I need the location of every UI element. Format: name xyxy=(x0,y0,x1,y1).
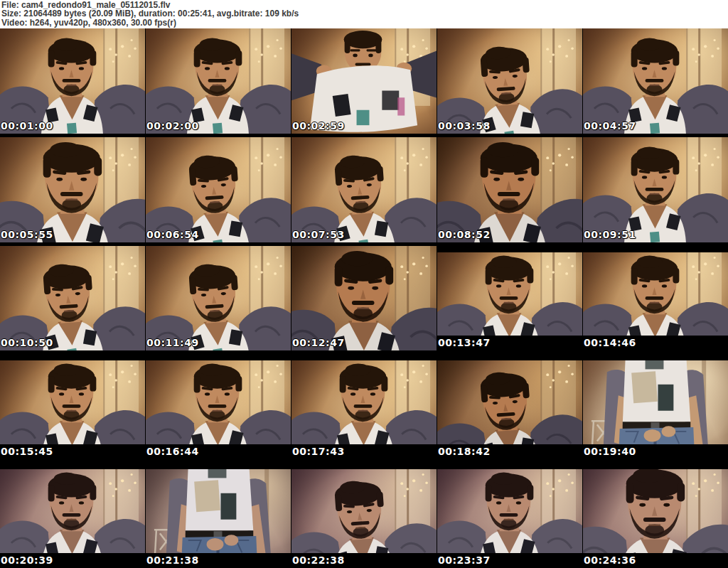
thumbnail-cell: 00:17:43 xyxy=(291,354,437,459)
letterbox-bar-top xyxy=(0,354,145,360)
video-frame-thumbnail xyxy=(583,246,728,351)
letterbox-bar-top xyxy=(437,246,582,252)
thumbnail-cell: 00:04:57 xyxy=(583,28,728,134)
video-frame-thumbnail xyxy=(437,246,582,351)
video-frame-thumbnail xyxy=(0,354,145,459)
video-frame-thumbnail xyxy=(0,463,145,568)
letterbox-bar-top xyxy=(437,354,582,360)
timestamp-overlay: 00:09:51 xyxy=(584,229,636,240)
video-frame-thumbnail xyxy=(437,137,582,242)
letterbox-bar-top xyxy=(291,354,437,360)
timestamp-overlay: 00:06:54 xyxy=(146,229,199,240)
timestamp-overlay: 00:23:37 xyxy=(438,554,491,566)
video-frame-thumbnail xyxy=(583,463,728,568)
thumbnail-cell: 00:15:45 xyxy=(0,354,145,459)
timestamp-overlay: 00:07:53 xyxy=(292,229,345,240)
thumbnail-cell: 00:19:40 xyxy=(583,354,728,459)
thumbnail-cell: 00:09:51 xyxy=(583,137,728,242)
thumbnail-cell: 00:13:47 xyxy=(437,246,582,351)
letterbox-bar-top xyxy=(583,246,728,252)
video-frame-thumbnail xyxy=(583,28,728,134)
timestamp-overlay: 00:22:38 xyxy=(292,554,345,566)
thumbnail-cell: 00:07:53 xyxy=(291,137,437,242)
thumbnail-cell: 00:11:49 xyxy=(146,246,291,351)
video-frame-thumbnail xyxy=(291,246,437,351)
video-frame-thumbnail xyxy=(0,137,145,242)
person-figure xyxy=(592,354,709,459)
timestamp-overlay: 00:12:47 xyxy=(292,337,345,348)
timestamp-overlay: 00:01:00 xyxy=(1,120,53,132)
timestamp-overlay: 00:04:57 xyxy=(584,120,636,132)
thumbnail-cell: 00:01:00 xyxy=(0,28,145,134)
video-frame-thumbnail xyxy=(0,28,145,134)
video-frame-thumbnail xyxy=(583,354,728,459)
timestamp-overlay: 00:15:45 xyxy=(1,446,53,457)
video-frame-thumbnail xyxy=(437,28,582,134)
timestamp-overlay: 00:17:43 xyxy=(292,446,345,457)
thumbnail-cell: 00:14:46 xyxy=(583,246,728,351)
timestamp-overlay: 00:10:50 xyxy=(1,337,53,348)
timestamp-overlay: 00:20:39 xyxy=(1,554,53,566)
thumbnail-cell: 00:05:55 xyxy=(0,137,145,242)
file-size-line: Size: 21064489 bytes (20.09 MiB), durati… xyxy=(1,9,728,18)
timestamp-overlay: 00:14:46 xyxy=(584,337,636,348)
thumbnail-cell: 00:18:42 xyxy=(437,354,582,459)
timestamp-overlay: 00:11:49 xyxy=(146,337,199,348)
timestamp-overlay: 00:05:55 xyxy=(1,229,53,240)
thumbnail-cell: 00:02:00 xyxy=(146,28,291,134)
letterbox-bar-top xyxy=(437,463,582,469)
thumbnail-cell: 00:02:59 xyxy=(291,28,437,134)
video-frame-thumbnail xyxy=(291,137,437,242)
person-figure xyxy=(154,463,272,568)
letterbox-bar-top xyxy=(0,463,145,469)
thumbnail-cell: 00:22:38 xyxy=(291,463,437,568)
video-frame-thumbnail xyxy=(146,354,291,459)
timestamp-overlay: 00:24:36 xyxy=(584,554,636,566)
contact-sheet: File: cam4_redondo91_male_05112015.flv S… xyxy=(0,0,728,568)
thumbnail-cell: 00:08:52 xyxy=(437,137,582,242)
video-frame-thumbnail xyxy=(146,28,291,134)
video-frame-thumbnail xyxy=(291,463,437,568)
thumbnail-cell: 00:21:38 xyxy=(146,463,291,568)
timestamp-overlay: 00:19:40 xyxy=(584,446,636,457)
file-info-header: File: cam4_redondo91_male_05112015.flv S… xyxy=(0,0,728,28)
thumbnail-cell: 00:10:50 xyxy=(0,246,145,351)
video-frame-thumbnail xyxy=(583,137,728,242)
timestamp-overlay: 00:16:44 xyxy=(146,446,199,457)
video-frame-thumbnail xyxy=(146,463,291,568)
timestamp-overlay: 00:02:00 xyxy=(146,120,199,132)
thumbnail-cell: 00:03:58 xyxy=(437,28,582,134)
letterbox-bar-top xyxy=(583,354,728,360)
video-frame-thumbnail xyxy=(146,246,291,351)
video-codec-line: Video: h264, yuv420p, 480x360, 30.00 fps… xyxy=(1,18,728,27)
timestamp-overlay: 00:21:38 xyxy=(146,554,199,566)
video-frame-thumbnail xyxy=(291,28,437,134)
thumbnail-cell: 00:16:44 xyxy=(146,354,291,459)
thumbnail-cell: 00:12:47 xyxy=(291,246,437,351)
timestamp-overlay: 00:13:47 xyxy=(438,337,491,348)
video-frame-thumbnail xyxy=(437,463,582,568)
letterbox-bar-top xyxy=(583,463,728,469)
video-frame-thumbnail xyxy=(146,137,291,242)
timestamp-overlay: 00:08:52 xyxy=(438,229,491,240)
thumbnail-cell: 00:24:36 xyxy=(583,463,728,568)
timestamp-overlay: 00:03:58 xyxy=(438,120,491,132)
thumbnail-cell: 00:23:37 xyxy=(437,463,582,568)
video-frame-thumbnail xyxy=(437,354,582,459)
letterbox-bar-top xyxy=(146,354,291,360)
thumbnail-cell: 00:20:39 xyxy=(0,463,145,568)
letterbox-bar-top xyxy=(291,463,437,469)
video-frame-thumbnail xyxy=(0,246,145,351)
letterbox-bar-top xyxy=(146,463,291,469)
thumbnail-grid: 00:01:00 00:02:00 xyxy=(0,28,728,568)
timestamp-overlay: 00:18:42 xyxy=(438,446,491,457)
timestamp-overlay: 00:02:59 xyxy=(292,120,345,132)
video-frame-thumbnail xyxy=(291,354,437,459)
thumbnail-cell: 00:06:54 xyxy=(146,137,291,242)
